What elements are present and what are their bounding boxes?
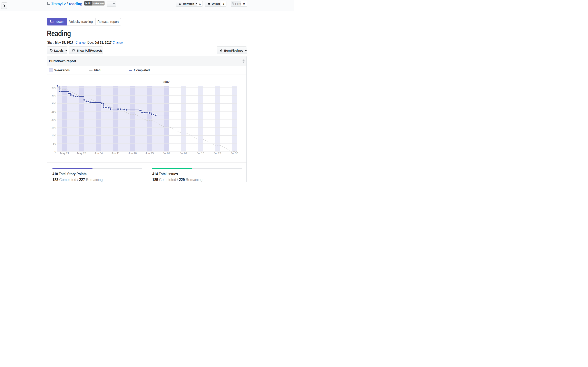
svg-text:Jun 11: Jun 11 [112, 152, 120, 155]
svg-text:Jun 25: Jun 25 [145, 152, 154, 155]
svg-text:Jul 09: Jul 09 [180, 152, 187, 155]
svg-text:400: 400 [51, 86, 56, 89]
svg-text:Jun 04: Jun 04 [94, 152, 103, 155]
svg-text:Jul 16: Jul 16 [197, 152, 204, 155]
svg-text:Today: Today [161, 80, 169, 83]
svg-text:Jun 18: Jun 18 [129, 152, 137, 155]
svg-text:250: 250 [51, 110, 56, 113]
svg-text:350: 350 [51, 94, 56, 97]
svg-text:300: 300 [51, 102, 56, 105]
svg-text:Jul 23: Jul 23 [214, 152, 221, 155]
svg-text:Jul 02: Jul 02 [163, 152, 170, 155]
svg-text:May 21: May 21 [60, 152, 69, 155]
svg-text:May 28: May 28 [77, 152, 86, 155]
svg-text:150: 150 [51, 126, 56, 129]
svg-text:200: 200 [51, 118, 56, 121]
svg-text:0: 0 [54, 150, 56, 153]
svg-text:100: 100 [51, 134, 56, 137]
svg-text:50: 50 [53, 142, 56, 145]
svg-text:Jul 30: Jul 30 [231, 152, 238, 155]
